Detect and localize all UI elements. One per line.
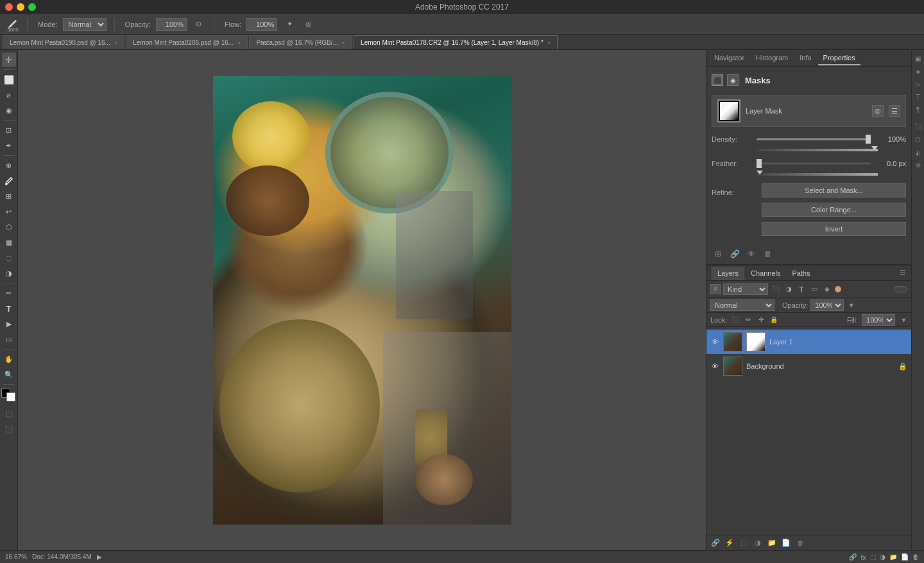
trash-icon[interactable]: 🗑 [762,248,774,260]
opacity-toggle-icon[interactable]: ⊙ [192,17,206,31]
link-icon[interactable]: 🔗 [728,248,741,260]
mask-thumbnail[interactable] [717,99,740,122]
pixel-mask-icon[interactable]: ⬛ [712,74,723,86]
filter-color-icon[interactable]: ■ [835,286,841,292]
filter-adjust-icon[interactable]: ◑ [783,284,794,294]
filter-shape-icon[interactable]: ▭ [809,284,819,294]
fx-icon-bottom[interactable]: fx [860,553,866,561]
mask-btn-delete[interactable]: ☰ [889,105,900,117]
right-icon-7[interactable]: ⬡ [912,133,924,145]
fill-dropdown[interactable]: 100% 75% [862,314,895,326]
link-layers-icon[interactable]: 🔗 [710,538,721,548]
color-range-button[interactable]: Color Range... [762,203,906,217]
smoothing-icon[interactable]: ◎ [302,17,316,31]
link-icon-bottom[interactable]: 🔗 [849,553,857,560]
tab-histogram[interactable]: Histogram [751,51,793,65]
right-icon-6[interactable]: ⬛ [912,121,924,132]
quick-mask-tool[interactable]: ⬚ [2,407,16,421]
right-icon-5[interactable]: ¶ [912,104,924,115]
blend-mode-dropdown[interactable]: Normal Multiply Screen Overlay [710,299,774,311]
lock-all-icon[interactable]: 🔒 [769,315,778,324]
folder-icon-bottom[interactable]: 📁 [889,553,897,560]
layer-item-background[interactable]: 👁 Background 🔒 [706,354,911,378]
right-icon-2[interactable]: ◈ [912,65,924,77]
spot-heal-tool[interactable]: ⊕ [2,158,16,172]
window-controls[interactable] [5,3,36,11]
eraser-tool[interactable]: ⬡ [2,220,16,234]
right-icon-1[interactable]: ▣ [912,53,924,64]
layer-kind-dropdown[interactable]: Kind Name Effect [723,283,768,295]
tab-close-1[interactable]: × [237,40,241,46]
layer-visibility-layer1[interactable]: 👁 [710,337,719,346]
grid-icon[interactable]: ⊞ [712,248,724,260]
add-effect-icon[interactable]: ⚡ [724,538,735,548]
lasso-tool[interactable]: ⌀ [2,88,16,102]
filter-smart-icon[interactable]: ◈ [822,284,832,294]
trash-icon-bottom[interactable]: 🗑 [912,553,919,560]
new-fill-icon[interactable]: ◑ [753,538,763,548]
add-mask-icon[interactable]: ⬚ [739,538,749,548]
layer-visibility-background[interactable]: 👁 [710,362,719,371]
invert-button[interactable]: Invert [762,222,906,236]
quick-select-tool[interactable]: ◉ [2,103,16,117]
tab-3[interactable]: Lemon Mint Pasta0178.CR2 @ 16.7% (Layer … [354,35,558,49]
layers-tab-paths[interactable]: Paths [787,267,816,280]
move-tool[interactable]: ✛ [2,53,16,67]
tab-close-2[interactable]: × [342,40,345,46]
screen-mode-tool[interactable]: ⬛ [2,422,16,436]
tab-0[interactable]: Lemon Mint Pasta0190.psd @ 16... × [3,35,124,49]
minimize-button[interactable] [17,3,24,11]
right-icon-3[interactable]: ▷ [912,78,924,90]
clone-stamp-tool[interactable]: ⊞ [2,189,16,203]
tab-info[interactable]: Info [794,51,816,65]
history-brush-tool[interactable]: ↩ [2,205,16,219]
gradient-tool[interactable]: ▦ [2,235,16,249]
color-swatch[interactable] [1,389,17,403]
eye-icon[interactable]: 👁 [745,248,758,260]
density-slider[interactable] [757,135,871,144]
density-thumb[interactable] [866,135,871,144]
flow-input[interactable] [246,18,277,31]
filter-pixel-icon[interactable]: ⬛ [771,284,781,294]
shape-tool[interactable]: ▭ [2,332,16,346]
tab-properties[interactable]: Properties [818,51,860,65]
new-layer-icon[interactable]: 📄 [781,538,791,548]
feather-slider[interactable] [757,159,871,168]
mode-dropdown[interactable]: Normal Multiply Screen [63,18,107,31]
filter-icon[interactable]: ⧖ [710,284,721,294]
lock-pixels-icon[interactable]: ⬛ [731,315,740,324]
tab-close-3[interactable]: × [547,40,551,46]
hand-tool[interactable]: ✋ [2,352,16,366]
layer-item-layer1[interactable]: 👁 Layer 1 [706,330,911,354]
eyedropper-tool[interactable]: ✒ [2,139,16,153]
status-arrow[interactable]: ▶ [97,553,102,560]
opacity-dropdown[interactable]: 100% 75% 50% [810,299,844,311]
right-icon-8[interactable]: ◭ [912,146,924,158]
adjust-icon-bottom[interactable]: ◑ [880,553,886,560]
right-icon-9[interactable]: ⊗ [912,159,924,171]
text-tool[interactable]: T [2,301,16,315]
crop-tool[interactable]: ⊡ [2,123,16,137]
tab-navigator[interactable]: Navigator [709,51,749,65]
new-layer-group-icon[interactable]: 📁 [767,538,777,548]
close-button[interactable] [5,3,13,11]
layers-tab-channels[interactable]: Channels [746,267,785,280]
lock-brush-icon[interactable]: ✏ [744,315,753,324]
opacity-arrow[interactable]: ▼ [848,301,855,309]
zoom-tool[interactable]: 🔍 [2,367,16,382]
dodge-tool[interactable]: ◑ [2,266,16,280]
right-icon-4[interactable]: T [912,91,924,103]
maximize-button[interactable] [28,3,36,11]
feather-thumb[interactable] [757,159,762,168]
tab-1[interactable]: Lemon Mint Pasta0206.psd @ 16... × [126,35,248,49]
brush-tool-icon[interactable]: 3000 [5,17,19,31]
background-color[interactable] [6,392,15,401]
blur-tool[interactable]: ◌ [2,251,16,265]
marquee-tool[interactable]: ⬜ [2,72,16,87]
path-select-tool[interactable]: ▶ [2,317,16,331]
tab-2[interactable]: Pasta.psd @ 16.7% (RGB/... × [249,35,352,49]
mask-icon-bottom[interactable]: ⬚ [870,553,876,560]
airbrush-icon[interactable]: ✦ [282,17,296,31]
filter-toggle[interactable] [894,286,907,292]
lock-position-icon[interactable]: ✛ [757,315,766,324]
